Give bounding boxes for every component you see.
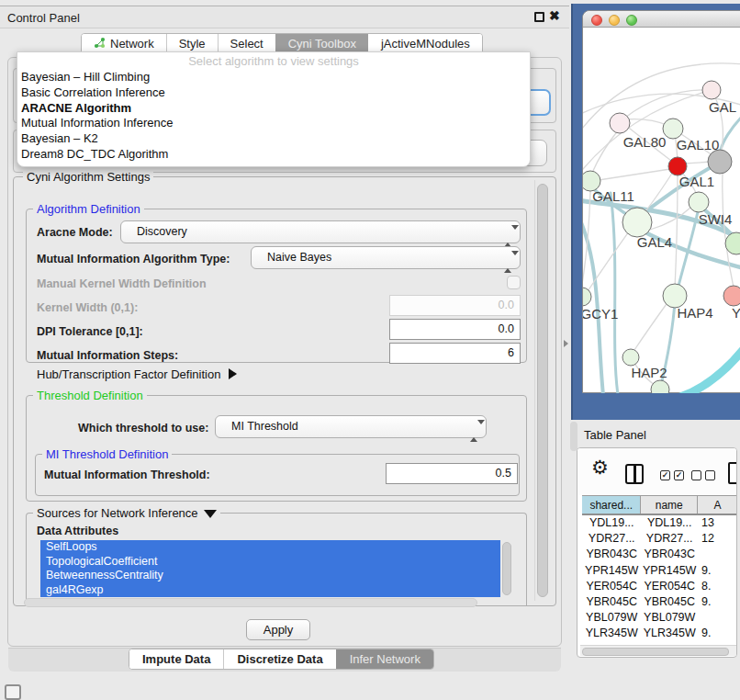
network-window-titlebar[interactable] — [583, 11, 740, 28]
network-node-gal10[interactable] — [663, 119, 683, 139]
attribute-item-gal4rgexp[interactable]: gal4RGexp — [40, 583, 500, 598]
splitter-collapse-arrow[interactable] — [564, 340, 568, 347]
table-header: shared...nameA — [582, 495, 737, 515]
select-all-columns-icon[interactable]: ✓✓ — [660, 470, 684, 480]
network-node-swi4[interactable] — [689, 192, 709, 212]
network-node-gal80[interactable] — [610, 113, 630, 133]
network-edge[interactable] — [634, 301, 668, 350]
checked-box-icon: ✓ — [674, 470, 684, 480]
show-columns-icon[interactable] — [625, 464, 644, 484]
minimize-window-icon[interactable] — [609, 15, 620, 26]
kernel-width-input[interactable]: 0.0 — [389, 295, 521, 316]
float-panel-icon[interactable] — [534, 12, 544, 22]
collapsed-arrow-icon — [229, 368, 237, 379]
table-row[interactable]: YBR043CYBR043C — [582, 547, 737, 562]
network-edge[interactable] — [599, 169, 670, 180]
algorithm-option-dream8-dc-tdc-algorithm[interactable]: Dream8 DC_TDC Algorithm — [17, 147, 530, 163]
network-edge[interactable] — [611, 193, 618, 393]
tab-cyni-toolbox[interactable]: Cyni Toolbox — [275, 34, 368, 53]
algorithm-definition-title: Algorithm Definition — [33, 202, 144, 216]
table-cell: YDL19... — [582, 515, 641, 531]
zoom-window-icon[interactable] — [626, 15, 637, 26]
table-row[interactable]: YDL19...YDL19...13 — [582, 515, 737, 531]
settings-hscrollbar-thumb[interactable] — [24, 598, 477, 607]
algorithm-option-basic-correlation-inference[interactable]: Basic Correlation Inference — [17, 85, 530, 101]
sources-group-title[interactable]: Sources for Network Inference — [33, 506, 220, 520]
hub-section-toggle[interactable]: Hub/Transcription Factor Definition — [37, 367, 237, 381]
dpi-tolerance-input[interactable]: 0.0 — [389, 319, 521, 340]
export-table-icon[interactable] — [728, 462, 737, 484]
mi-threshold-input[interactable]: 0.5 — [386, 463, 518, 484]
network-edge[interactable] — [583, 90, 712, 175]
mi-type-combobox[interactable]: Naive Bayes — [251, 246, 521, 269]
network-canvas[interactable]: GALGAL80GAL10GAL1GAL11SWI4GAL4GCY1HAP4YH… — [583, 28, 740, 393]
apply-button[interactable]: Apply — [246, 619, 310, 640]
algorithm-option-aracne-algorithm[interactable]: ARACNE Algorithm — [17, 101, 530, 117]
table-row[interactable]: YPR145WYPR145W9. — [582, 563, 737, 579]
tab-infer-network[interactable]: Infer Network — [336, 649, 433, 669]
table-row[interactable]: YBL079WYBL079W — [582, 610, 737, 626]
network-node-gal1[interactable] — [668, 157, 687, 175]
column-header-name[interactable]: name — [641, 496, 698, 514]
network-node-gal4[interactable] — [622, 208, 652, 237]
algorithm-option-bayesian-k2[interactable]: Bayesian – K2 — [17, 131, 530, 147]
network-edge[interactable] — [721, 115, 740, 150]
algorithm-option-mutual-information-inference[interactable]: Mutual Information Inference — [17, 116, 530, 131]
tab-impute-data[interactable]: Impute Data — [129, 649, 223, 669]
network-edge[interactable] — [675, 349, 740, 393]
network-edge[interactable] — [645, 172, 673, 211]
table-hscrollbar[interactable] — [580, 645, 736, 656]
attributes-scrollbar-thumb[interactable] — [502, 542, 511, 595]
attribute-item-selfloops[interactable]: SelfLoops — [40, 540, 500, 555]
table-row[interactable]: YER054CYER054C8. — [582, 579, 737, 594]
node-label-swi4: SWI4 — [699, 211, 733, 227]
mi-steps-input[interactable]: 6 — [389, 343, 521, 364]
combo-arrows-icon — [504, 252, 511, 273]
node-label-hap2: HAP2 — [631, 365, 667, 380]
table-cell: YBL079W — [641, 610, 698, 626]
aracne-mode-combobox[interactable]: Discovery — [120, 220, 521, 243]
network-node-unlabeled[interactable] — [708, 150, 732, 174]
which-threshold-combobox[interactable]: MI Threshold — [215, 415, 487, 438]
network-node-unlabeled[interactable] — [651, 380, 669, 393]
table-row[interactable]: YIL052CYIL052C0. — [582, 642, 737, 645]
network-edge[interactable] — [685, 162, 710, 164]
network-node-gal[interactable] — [702, 81, 721, 99]
network-node-gcy1[interactable] — [583, 288, 591, 306]
mi-threshold-label: Mutual Information Threshold: — [44, 469, 210, 481]
table-cell: YLR345W — [641, 626, 698, 641]
manual-kernel-checkbox[interactable] — [507, 276, 521, 289]
table-hscrollbar-thumb[interactable] — [582, 648, 729, 656]
settings-scrollbar-thumb[interactable] — [537, 184, 548, 597]
minimized-panel-icon[interactable] — [5, 684, 21, 700]
network-node-hap2[interactable] — [622, 349, 639, 366]
tab-network[interactable]: Network — [82, 34, 166, 53]
data-attributes-list[interactable]: SelfLoopsTopologicalCoefficientBetweenne… — [40, 540, 500, 597]
tab-discretize-data[interactable]: Discretize Data — [223, 649, 335, 669]
table-row[interactable]: YLR345WYLR345W9. — [582, 626, 737, 641]
table-row[interactable]: YDR27...YDR27...12 — [582, 531, 737, 547]
tab-jactivemnodules[interactable]: jActiveMNodules — [368, 34, 482, 53]
close-window-icon[interactable] — [591, 15, 602, 26]
right-pane-scrollbar-fragment[interactable] — [570, 422, 577, 451]
attribute-item-topologicalcoefficient[interactable]: TopologicalCoefficient — [40, 555, 500, 570]
column-header-a[interactable]: A — [698, 496, 737, 514]
close-panel-icon[interactable]: ✖ — [549, 8, 560, 23]
attribute-item-betweennesscentrality[interactable]: BetweennessCentrality — [40, 569, 500, 583]
unselect-all-columns-icon[interactable] — [691, 470, 715, 480]
network-edge[interactable] — [592, 130, 618, 173]
column-header-shared-[interactable]: shared... — [582, 496, 641, 514]
table-toolbar: ⚙ ✓✓ — [577, 448, 736, 495]
tab-style[interactable]: Style — [166, 34, 218, 53]
tab-select[interactable]: Select — [218, 34, 275, 53]
algorithm-option-bayesian-hill-climbing[interactable]: Bayesian – Hill Climbing — [17, 70, 530, 85]
network-node-y[interactable] — [723, 286, 740, 306]
mi-steps-label: Mutual Information Steps: — [37, 349, 178, 362]
table-cell: YDR27... — [641, 531, 698, 547]
combo-arrows-icon — [504, 226, 511, 247]
dropdown-prompt: Select algorithm to view settings — [17, 52, 530, 70]
gear-icon[interactable]: ⚙ — [591, 457, 609, 479]
table-cell: YBR043C — [582, 547, 641, 562]
table-row[interactable]: YBR045CYBR045C9. — [582, 594, 737, 610]
table-cell: YER054C — [582, 579, 641, 594]
